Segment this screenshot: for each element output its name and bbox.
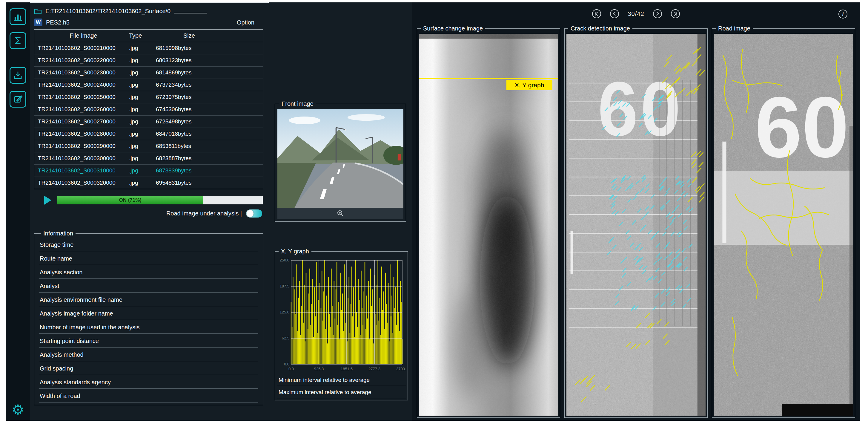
svg-text:60: 60: [598, 65, 683, 151]
transfer-tool-button[interactable]: [9, 67, 26, 84]
folder-path-field[interactable]: E:TR21410103602/TR21410103602_Surface/0: [34, 6, 264, 16]
zoom-button[interactable]: [277, 208, 403, 219]
play-button[interactable]: [44, 196, 51, 205]
xy-graph-title: X, Y graph: [279, 248, 311, 255]
xy-graph: 0.062.5125.0187.5250.00.0925.81851.52777…: [277, 255, 406, 373]
option-button[interactable]: Option: [237, 19, 254, 26]
svg-text:925.8: 925.8: [314, 367, 324, 371]
file-size: 6823887bytes: [156, 155, 259, 162]
file-row[interactable]: TR21410103602_S000300000.jpg6823887bytes: [34, 152, 263, 164]
svg-text:3703.0: 3703.0: [396, 367, 406, 371]
file-row[interactable]: TR21410103602_S000290000.jpg6853811bytes: [34, 140, 263, 152]
first-page-button[interactable]: [592, 9, 601, 19]
road-analysis-toggle[interactable]: [246, 209, 262, 218]
settings-gear-icon[interactable]: ⚙: [12, 403, 24, 417]
crack-detection-panel: Crack detection image 60: [564, 25, 708, 418]
pager: 30/42: [592, 9, 680, 19]
file-type: .jpg: [129, 57, 156, 64]
surface-change-title: Surface change image: [421, 25, 485, 32]
file-row[interactable]: TR21410103602_S000320000.jpg6954831bytes: [34, 177, 263, 189]
file-size: 6815998bytes: [156, 45, 259, 51]
file-row[interactable]: TR21410103602_S000280000.jpg6847018bytes: [34, 128, 263, 140]
last-page-button[interactable]: [671, 9, 680, 19]
file-name: TR21410103602_S000240000: [38, 82, 129, 88]
svg-text:60: 60: [755, 79, 849, 175]
information-title: Information: [41, 230, 75, 237]
surface-change-image: 60: [419, 34, 558, 416]
info-row-label: Analysis environment file name: [39, 292, 258, 306]
toggle-knob: [247, 210, 253, 217]
file-table-header: File image Type Size: [34, 30, 263, 42]
info-row-label: Analysis method: [39, 347, 258, 361]
file-name: TR21410103602_S000310000: [38, 167, 129, 174]
file-name: TR21410103602_S000260000: [38, 106, 129, 113]
next-page-button[interactable]: [653, 9, 662, 19]
crack-detection-imagewrap: 60: [566, 34, 706, 416]
file-name: TR21410103602_S000320000: [38, 179, 129, 186]
file-type: .jpg: [129, 179, 156, 186]
front-image-title: Front image: [279, 101, 316, 107]
info-row-label: Starting point distance: [39, 334, 258, 347]
previous-page-button[interactable]: [610, 9, 619, 19]
xy-graph-group: X, Y graph 0.062.5125.0187.5250.00.0925.…: [275, 248, 408, 400]
progress-label: ON (71%): [119, 197, 142, 203]
preview-panel: Front image: [269, 2, 412, 421]
svg-text:2777.3: 2777.3: [368, 367, 380, 371]
word-file-icon: W: [34, 19, 42, 26]
h5-file-row: W PES2.h5 Option: [34, 17, 264, 28]
info-button[interactable]: i: [838, 9, 847, 19]
road-image: 60: [714, 34, 853, 416]
folder-icon: [34, 8, 42, 15]
folder-path-text: E:TR21410103602/TR21410103602_Surface/0: [45, 8, 170, 15]
information-group: Information Storage timeRoute nameAnalys…: [34, 230, 264, 405]
crack-detection-image: 60: [566, 34, 706, 416]
file-type: .jpg: [129, 155, 156, 162]
file-row[interactable]: TR21410103602_S000220000.jpg6803123bytes: [34, 54, 263, 66]
surface-change-panel: Surface change image: [417, 25, 560, 418]
file-row[interactable]: TR21410103602_S000230000.jpg6814869bytes: [34, 66, 263, 79]
front-image-scene: [277, 109, 403, 208]
info-row-label: Analysis image folder name: [39, 306, 258, 320]
sigma-tool-button[interactable]: [9, 32, 26, 49]
min-interval-label: Minimum interval relative to average: [277, 374, 406, 386]
file-row[interactable]: TR21410103602_S000310000.jpg6873839bytes: [34, 164, 263, 177]
file-row[interactable]: TR21410103602_S000270000.jpg6725498bytes: [34, 115, 263, 128]
svg-text:62.5: 62.5: [282, 336, 289, 340]
previous-icon: [610, 9, 619, 19]
file-size: 6873839bytes: [156, 167, 259, 174]
file-size: 6745306bytes: [156, 106, 259, 113]
col-type: Type: [129, 32, 165, 39]
file-type: .jpg: [129, 118, 156, 125]
file-table: File image Type Size TR21410103602_S0002…: [34, 29, 264, 189]
road-image-panel: Road image 60: [712, 25, 855, 418]
file-row[interactable]: TR21410103602_S000260000.jpg6745306bytes: [34, 103, 263, 115]
file-row[interactable]: TR21410103602_S000210000.jpg6815998bytes: [34, 42, 263, 54]
front-image: [277, 109, 403, 208]
toggle-label: Road image under analysis |: [166, 210, 242, 217]
file-row[interactable]: TR21410103602_S000250000.jpg6723975bytes: [34, 91, 263, 103]
file-type: .jpg: [129, 106, 156, 113]
file-size: 6723975bytes: [156, 94, 259, 101]
crack-detection-title: Crack detection image: [568, 25, 632, 32]
next-icon: [653, 9, 662, 19]
file-size: 6954831bytes: [156, 179, 259, 186]
col-file-image: File image: [38, 32, 129, 39]
svg-text:0.0: 0.0: [284, 362, 289, 366]
import-icon: [13, 70, 23, 80]
file-type: .jpg: [129, 82, 156, 88]
edit-tool-button[interactable]: [9, 91, 26, 108]
bar-chart-icon: [13, 12, 23, 22]
app-window: ⚙ E:TR21410103602/TR21410103602_Surface/…: [6, 2, 860, 421]
svg-text:1851.5: 1851.5: [341, 367, 353, 371]
analysis-chart-tool-button[interactable]: [9, 8, 26, 25]
scan-position-line[interactable]: [419, 78, 558, 79]
file-type: .jpg: [129, 143, 156, 149]
info-row-label: Number of image used in the analysis: [39, 320, 258, 334]
xy-graph-overlay-label[interactable]: X, Y graph: [506, 80, 552, 90]
svg-text:250.0: 250.0: [279, 258, 289, 262]
info-row-label: Grid spacing: [39, 361, 258, 375]
file-row[interactable]: TR21410103602_S000240000.jpg6737234bytes: [34, 79, 263, 91]
file-type: .jpg: [129, 131, 156, 137]
file-type: .jpg: [129, 45, 156, 51]
progress-bar: ON (71%): [57, 196, 263, 204]
